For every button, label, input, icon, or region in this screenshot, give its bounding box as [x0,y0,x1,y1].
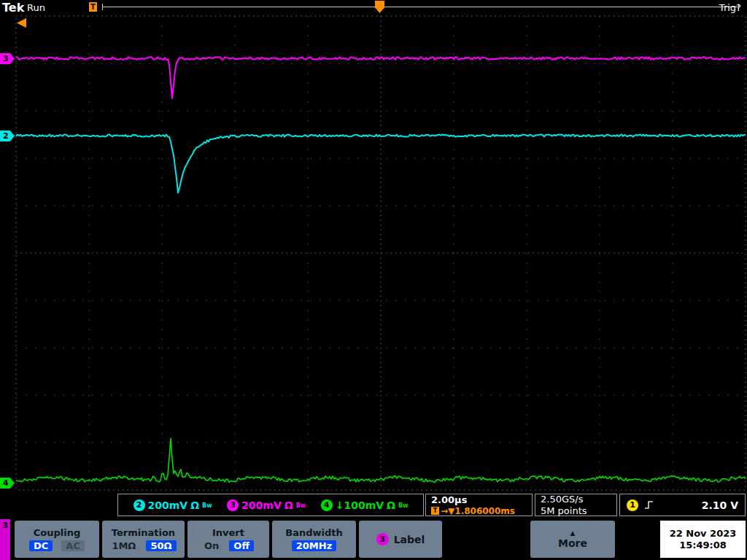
chevron-up-icon: ▲ [570,529,576,537]
trigger-source-badge: 1 [627,499,638,511]
trigger-position-readout: T →▼1.806000ms [431,506,527,516]
channel-readouts: 2 200mV Ω Bw 3 200mV Ω Bw 4 ↓100mV Ω Bw [117,494,424,516]
timebase-readout[interactable]: 2.00µs T →▼1.806000ms [425,494,533,516]
trigger-position-value: →▼1.806000ms [441,506,515,516]
graticule [0,0,747,560]
record-view-line [102,7,739,7]
ch3-bandwidth-limit-icon: Bw [296,502,306,509]
ch2-impedance: Ω [190,499,199,511]
invert-option-off[interactable]: Off [229,540,254,551]
ch4-impedance: Ω [387,499,395,511]
invert-option-on[interactable]: On [203,540,220,551]
ch4-scale: ↓100mV [336,499,384,511]
timebase-scale: 2.00µs [431,494,527,505]
coupling-option-dc[interactable]: DC [29,540,53,551]
ch3-impedance: Ω [285,499,293,511]
record-length: 5M points [541,505,611,516]
bandwidth-button[interactable]: Bandwidth 20MHz [272,521,356,558]
ch2-readout[interactable]: 2 200mV Ω Bw [133,499,212,511]
datetime-display: 22 Nov 2023 15:49:08 [660,521,746,558]
coupling-title: Coupling [34,527,81,538]
more-button[interactable]: ▲ More [530,521,615,558]
trigger-t-icon: T [431,507,439,515]
ch2-bandwidth-limit-icon: Bw [202,502,212,509]
time-text: 15:49:08 [679,540,727,551]
sample-rate: 2.50GS/s [541,494,611,505]
invert-button[interactable]: Invert On Off [187,521,269,558]
tek-logo: Tek [2,1,24,15]
label-channel-badge: 3 [376,533,389,545]
menu-channel-indicator: 3 [0,519,10,560]
label-button[interactable]: 3 Label [359,521,442,558]
termination-option-50ohm[interactable]: 50Ω [146,540,176,551]
edge-slope-icon [644,499,654,510]
ch3-badge-icon: 3 [227,499,239,511]
trace-ch4 [16,438,746,482]
coupling-option-ac[interactable]: AC [61,540,85,551]
acquisition-readout[interactable]: 2.50GS/s 5M points [535,494,617,516]
bandwidth-option-20mhz[interactable]: 20MHz [292,540,336,551]
ch4-badge-icon: 4 [321,499,333,511]
label-title: Label [394,534,425,545]
trigger-level-value: 2.10 V [702,499,738,511]
ch2-scale: 200mV [148,499,188,511]
bandwidth-title: Bandwidth [285,527,342,538]
trigger-status-text: Trig? [719,2,741,13]
grid-lines [16,16,746,490]
termination-option-1mohm[interactable]: 1MΩ [110,540,137,551]
termination-title: Termination [112,527,175,538]
oscilloscope-screen: Tek Run T Trig? 3 2 4 2 200mV Ω Bw 3 200… [0,0,747,560]
channel-menu-bar: 3 Coupling DC AC Termination 1MΩ 50Ω Inv… [0,519,747,560]
top-status-bar: Tek Run T Trig? [0,0,747,15]
coupling-button[interactable]: Coupling DC AC [15,521,99,558]
more-title: More [558,537,587,549]
ch4-bandwidth-limit-icon: Bw [398,502,409,509]
termination-button[interactable]: Termination 1MΩ 50Ω [102,521,185,558]
date-text: 22 Nov 2023 [670,528,737,539]
record-view-left-bracket [102,4,103,10]
ch3-readout[interactable]: 3 200mV Ω Bw [227,499,306,511]
trigger-time-icon: T [89,2,97,12]
acquisition-status: Run [27,2,45,13]
ch4-readout[interactable]: 4 ↓100mV Ω Bw [321,499,409,511]
ch2-badge-icon: 2 [133,499,145,511]
invert-title: Invert [212,527,244,538]
ch3-scale: 200mV [241,499,282,511]
trigger-readout[interactable]: 1 2.10 V [619,494,746,516]
